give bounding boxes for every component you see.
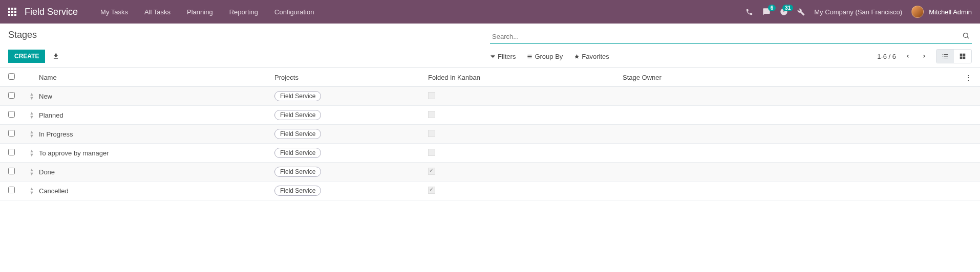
drag-handle-icon[interactable]: ▲▼ (25, 187, 39, 195)
nav-item-planning[interactable]: Planning (179, 0, 221, 24)
cell-folded (428, 187, 623, 195)
cell-folded (428, 111, 623, 120)
table-row[interactable]: ▲▼ New Field Service (0, 87, 980, 106)
folded-checkbox[interactable] (428, 149, 435, 156)
table-row[interactable]: ▲▼ Done Field Service (0, 163, 980, 182)
drag-handle-icon[interactable]: ▲▼ (25, 93, 39, 100)
row-checkbox[interactable] (8, 149, 15, 155)
cell-name: In Progress (39, 130, 274, 138)
table-row[interactable]: ▲▼ Planned Field Service (0, 106, 980, 125)
row-checkbox[interactable] (8, 111, 15, 118)
nav-item-configuration[interactable]: Configuration (266, 0, 322, 24)
search-input[interactable] (490, 30, 972, 44)
cell-projects: Field Service (274, 148, 428, 158)
page-title: Stages (8, 30, 37, 40)
cell-projects: Field Service (274, 91, 428, 101)
groupby-button[interactable]: Group By (527, 53, 563, 60)
favorites-button[interactable]: Favorites (574, 53, 609, 60)
pager-text[interactable]: 1-6 / 6 (877, 53, 896, 60)
header-name[interactable]: Name (39, 74, 274, 81)
pager-next-icon[interactable] (920, 52, 929, 61)
table-row[interactable]: ▲▼ Cancelled Field Service (0, 182, 980, 200)
cell-name: Planned (39, 111, 274, 119)
drag-handle-icon[interactable]: ▲▼ (25, 168, 39, 176)
cell-projects: Field Service (274, 129, 428, 139)
folded-checkbox[interactable] (428, 168, 435, 175)
control-panel: Stages CREATE Filters Group By Favorites (0, 24, 980, 68)
messages-badge: 6 (768, 5, 776, 11)
header-projects[interactable]: Projects (274, 74, 428, 81)
apps-icon[interactable] (8, 8, 16, 16)
nav-item-all-tasks[interactable]: All Tasks (136, 0, 179, 24)
activities-icon[interactable]: 31 (780, 8, 788, 16)
cell-projects: Field Service (274, 167, 428, 177)
folded-checkbox[interactable] (428, 92, 435, 99)
columns-menu-icon[interactable]: ⋮ (960, 74, 972, 81)
kanban-view-icon (959, 53, 966, 60)
cell-name: Cancelled (39, 187, 274, 195)
cell-folded (428, 149, 623, 157)
table-header: Name Projects Folded in Kanban Stage Own… (0, 68, 980, 87)
header-folded[interactable]: Folded in Kanban (428, 74, 623, 81)
table-row[interactable]: ▲▼ To approve by manager Field Service (0, 144, 980, 163)
list-view-button[interactable] (936, 50, 954, 63)
list-icon (527, 54, 532, 59)
company-selector[interactable]: My Company (San Francisco) (814, 8, 902, 16)
list-view-icon (942, 53, 949, 60)
drag-handle-icon[interactable]: ▲▼ (25, 149, 39, 157)
filters-button[interactable]: Filters (490, 53, 516, 60)
folded-checkbox[interactable] (428, 111, 435, 118)
activities-badge: 31 (782, 5, 793, 11)
debug-icon[interactable] (797, 8, 805, 16)
select-all-checkbox[interactable] (8, 73, 15, 80)
project-tag[interactable]: Field Service (274, 148, 321, 158)
cell-folded (428, 168, 623, 176)
export-icon[interactable] (52, 53, 59, 60)
phone-icon[interactable] (745, 8, 753, 16)
cell-projects: Field Service (274, 186, 428, 196)
folded-checkbox[interactable] (428, 130, 435, 137)
user-menu[interactable]: Mitchell Admin (911, 6, 972, 18)
cell-folded (428, 92, 623, 101)
nav-item-my-tasks[interactable]: My Tasks (92, 0, 136, 24)
messages-icon[interactable]: 6 (762, 8, 771, 16)
app-brand[interactable]: Field Service (25, 7, 78, 17)
cell-name: To approve by manager (39, 149, 274, 157)
pager-prev-icon[interactable] (903, 52, 912, 61)
nav-item-reporting[interactable]: Reporting (221, 0, 266, 24)
row-checkbox[interactable] (8, 92, 15, 99)
kanban-view-button[interactable] (954, 50, 971, 63)
cell-name: New (39, 93, 274, 100)
list-view: Name Projects Folded in Kanban Stage Own… (0, 68, 980, 200)
avatar (911, 6, 924, 18)
star-icon (574, 54, 580, 59)
search-icon[interactable] (962, 32, 970, 39)
user-name: Mitchell Admin (929, 8, 972, 16)
view-switcher (936, 49, 972, 63)
nav-right: 6 31 My Company (San Francisco) Mitchell… (745, 6, 972, 18)
nav-menu: My Tasks All Tasks Planning Reporting Co… (92, 0, 322, 24)
row-checkbox[interactable] (8, 168, 15, 174)
project-tag[interactable]: Field Service (274, 167, 321, 177)
project-tag[interactable]: Field Service (274, 186, 321, 196)
drag-handle-icon[interactable]: ▲▼ (25, 130, 39, 138)
row-checkbox[interactable] (8, 130, 15, 137)
funnel-icon (490, 54, 496, 59)
row-checkbox[interactable] (8, 187, 15, 193)
main-navbar: Field Service My Tasks All Tasks Plannin… (0, 0, 980, 24)
project-tag[interactable]: Field Service (274, 129, 321, 139)
drag-handle-icon[interactable]: ▲▼ (25, 111, 39, 119)
create-button[interactable]: CREATE (8, 50, 45, 63)
table-row[interactable]: ▲▼ In Progress Field Service (0, 125, 980, 144)
project-tag[interactable]: Field Service (274, 91, 321, 101)
cell-name: Done (39, 168, 274, 176)
header-owner[interactable]: Stage Owner (623, 74, 960, 81)
svg-point-0 (964, 33, 968, 38)
cell-folded (428, 130, 623, 139)
folded-checkbox[interactable] (428, 187, 435, 194)
project-tag[interactable]: Field Service (274, 110, 321, 120)
cell-projects: Field Service (274, 110, 428, 120)
